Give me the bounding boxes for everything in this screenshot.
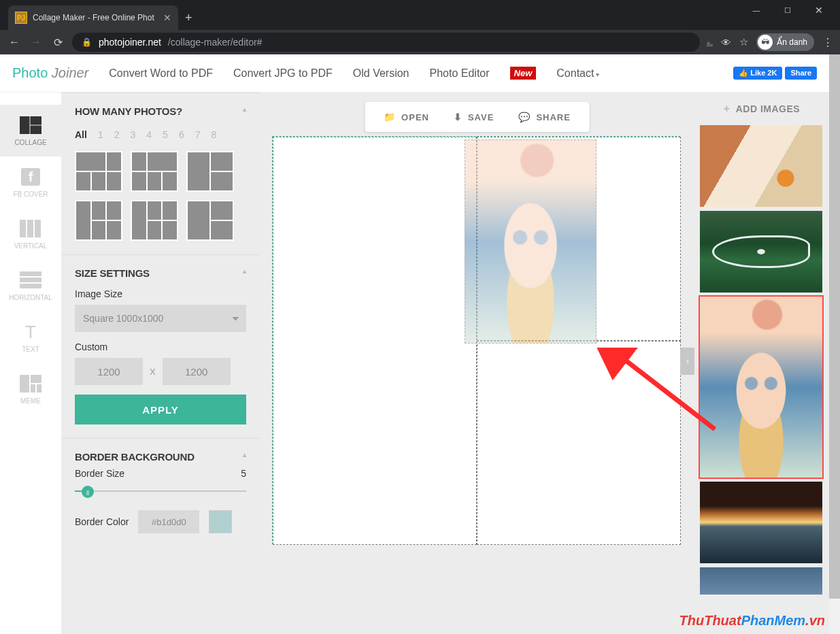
tab-close-icon[interactable]: ✕ [163,12,171,23]
custom-height-input[interactable] [163,358,231,385]
layout-option[interactable] [186,151,234,192]
rail-horizontal[interactable]: HORIZONTAL [0,260,61,312]
photo-count-option[interactable]: 6 [179,129,184,140]
photo-count-option[interactable]: 3 [130,129,135,140]
rail-collage[interactable]: COLLAGE [0,105,61,156]
brand-logo[interactable]: Photo Joiner [12,65,88,81]
fb-share-button[interactable]: Share [785,67,817,80]
close-window-icon[interactable]: ✕ [803,0,835,20]
fb-like-button[interactable]: 👍 Like 2K [733,67,782,80]
profile-chip[interactable]: 🕶 Ẩn danh [756,33,814,51]
browser-tab[interactable]: PJ Collage Maker - Free Online Phot ✕ [8,5,178,30]
custom-width-input[interactable] [75,358,143,385]
reload-icon[interactable]: ⟳ [50,35,65,50]
canvas-toolbar: 📁OPEN ⬇SAVE 💬SHARE [365,102,590,132]
svg-rect-5 [20,220,26,237]
watermark: ThuThuatPhanMem.vn [679,613,825,629]
chevron-up-icon: ▴ [243,451,246,463]
browser-menu-icon[interactable]: ⋮ [822,36,833,49]
folder-icon: 📁 [384,112,396,122]
image-size-select[interactable]: Square 1000x1000 [75,305,246,332]
annotation-arrow-icon [586,348,722,436]
nav-convert-word[interactable]: Convert Word to PDF [109,67,213,80]
rail-fbcover[interactable]: f FB COVER [0,156,61,208]
vertical-layout-icon [18,219,43,238]
color-swatch[interactable] [209,510,232,533]
slider-knob-icon[interactable]: || [82,486,94,498]
forward-icon: → [29,35,44,50]
collage-canvas[interactable] [272,136,680,544]
scrollbar-thumb[interactable] [829,54,840,599]
profile-label: Ẩn danh [777,37,807,47]
image-thumbnail[interactable] [700,211,822,293]
apply-button[interactable]: APPLY [75,395,246,424]
border-color-label: Border Color [75,516,129,527]
svg-rect-12 [20,375,29,393]
layout-option[interactable] [131,151,178,192]
rail-vertical[interactable]: VERTICAL [0,208,61,260]
maximize-icon[interactable]: ☐ [772,0,803,20]
browser-titlebar: PJ Collage Maker - Free Online Phot ✕ + … [0,0,840,30]
site-topnav: Photo Joiner Convert Word to PDF Convert… [0,54,829,93]
photos-header[interactable]: HOW MANY PHOTOS?▴ [75,105,246,117]
bookmark-star-icon[interactable]: ☆ [739,36,748,48]
chevron-up-icon: ▴ [243,105,246,117]
url-path: /collage-maker/editor# [168,37,263,48]
new-badge: New [510,67,537,80]
rail-text[interactable]: T TEXT [0,312,61,363]
rail-meme[interactable]: MEME [0,363,61,415]
minimize-icon[interactable]: — [741,0,772,20]
border-size-label: Border Size [75,468,124,479]
page-scrollbar[interactable]: ▴ ▾ [829,54,840,634]
add-images-button[interactable]: +ADD IMAGES [694,93,829,125]
facebook-icon: f [18,167,43,186]
photo-count-row: All12345678 [75,129,246,140]
chevron-up-icon: ▴ [243,267,246,279]
layout-option[interactable] [75,151,122,192]
border-color-hex-input[interactable] [138,510,199,533]
photo-count-option[interactable]: 2 [114,129,120,140]
custom-label: Custom [75,341,246,352]
nav-photo-editor[interactable]: Photo Editor [430,67,490,80]
layout-option[interactable] [186,200,234,241]
share-button[interactable]: 💬SHARE [506,112,583,122]
svg-rect-8 [20,271,41,276]
layout-option[interactable] [75,200,122,241]
incognito-avatar-icon: 🕶 [758,35,773,50]
border-header[interactable]: BORDER BACKGROUND▴ [75,451,246,463]
back-icon[interactable]: ← [7,35,22,50]
plus-icon: + [724,103,730,115]
border-size-slider[interactable]: || [75,484,246,498]
canvas-cell[interactable] [273,137,477,545]
layout-grid [75,151,246,241]
photo-count-option[interactable]: 1 [98,129,103,140]
download-icon: ⬇ [454,112,463,122]
section-photos: HOW MANY PHOTOS?▴ All12345678 [61,93,260,254]
new-tab-button[interactable]: + [178,5,199,30]
window-controls: — ☐ ✕ [741,0,835,20]
photo-count-option[interactable]: 7 [195,129,201,140]
url-field[interactable]: 🔒 photojoiner.net/collage-maker/editor# [72,33,700,52]
photo-count-option[interactable]: 4 [146,129,152,140]
x-separator: X [150,367,156,377]
chat-icon: 💬 [518,112,531,122]
nav-convert-jpg[interactable]: Convert JPG to PDF [233,67,333,80]
tab-title: Collage Maker - Free Online Phot [33,13,158,22]
nav-contact[interactable]: Contact [556,67,599,80]
open-button[interactable]: 📁OPEN [371,112,441,122]
save-button[interactable]: ⬇SAVE [441,112,506,122]
image-thumbnail[interactable] [700,125,822,207]
photo-count-option[interactable]: All [75,129,87,140]
image-thumbnail[interactable] [700,482,822,563]
incognito-eye-icon[interactable]: 👁 [721,37,731,48]
nav-old-version[interactable]: Old Version [353,67,409,80]
photo-count-option[interactable]: 8 [211,129,216,140]
size-header[interactable]: SIZE SETTINGS▴ [75,267,246,279]
horizontal-layout-icon [18,271,43,290]
section-size: SIZE SETTINGS▴ Image Size Square 1000x10… [61,254,260,438]
translate-icon[interactable]: ⎁ [707,37,713,48]
image-thumbnail[interactable] [700,567,822,595]
svg-rect-7 [35,220,41,237]
layout-option[interactable] [131,200,178,241]
photo-count-option[interactable]: 5 [163,129,168,140]
